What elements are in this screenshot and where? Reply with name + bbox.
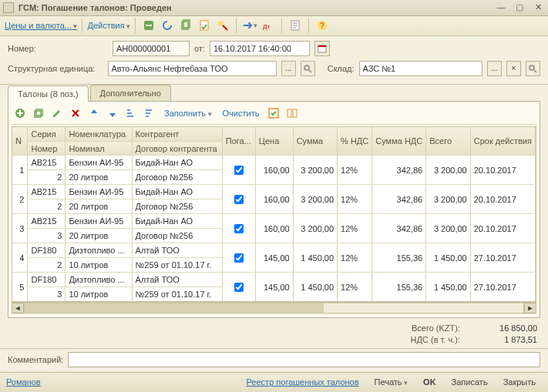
warehouse-clear-button[interactable]: × — [506, 61, 521, 76]
scroll-thumb[interactable] — [25, 303, 324, 313]
maximize-button[interactable]: ▢ — [513, 2, 526, 13]
poga-checkbox[interactable] — [234, 166, 244, 175]
warehouse-select-button[interactable]: ... — [487, 61, 502, 76]
cell-vatp: 12% — [338, 156, 372, 185]
cell-vatp: 12% — [338, 185, 372, 214]
cell-n: 2 — [12, 185, 28, 214]
cell-poga[interactable] — [222, 214, 255, 243]
scroll-left-button[interactable]: ◄ — [12, 303, 24, 313]
svg-rect-14 — [35, 111, 41, 117]
table-row[interactable]: 3AB215Бензин АИ-95Бидай-Нан АО160,003 20… — [12, 214, 536, 229]
col-nomen[interactable]: Номенклатура — [66, 127, 132, 142]
header-form: Номер: от: Структурная единица: ... Скла… — [0, 36, 548, 85]
cell-contr: Бидай-Нан АО — [132, 156, 222, 170]
col-n[interactable]: N — [12, 127, 28, 156]
move-down-icon[interactable] — [104, 105, 121, 122]
registry-link[interactable]: Реестр погашенных талонов — [240, 375, 365, 389]
user-link[interactable]: Романов — [6, 377, 41, 387]
table-row[interactable]: 5DF180Дизтопливо ...Алтай ТОО145,001 450… — [12, 273, 536, 287]
ok-button[interactable]: OK — [417, 375, 442, 389]
poga-checkbox[interactable] — [234, 253, 244, 263]
unit-field[interactable] — [108, 61, 277, 76]
col-expiry[interactable]: Срок действия — [470, 127, 535, 156]
cell-poga[interactable] — [222, 243, 255, 273]
post-doc-icon[interactable] — [196, 17, 213, 34]
add-row-icon[interactable] — [12, 105, 29, 122]
poga-checkbox[interactable] — [234, 224, 244, 233]
copy-row-icon[interactable] — [30, 105, 47, 122]
svg-text:Дт: Дт — [263, 23, 270, 30]
actions-menu[interactable]: Действия — [87, 21, 130, 30]
goto-icon[interactable] — [241, 17, 258, 34]
col-total[interactable]: Всего — [426, 127, 470, 156]
col-nominal[interactable]: Номинал — [66, 142, 132, 156]
col-poga[interactable]: Пога... — [222, 127, 255, 156]
poga-checkbox[interactable] — [234, 195, 244, 204]
fill-button[interactable]: Заполнить — [160, 109, 217, 118]
warehouse-open-button[interactable] — [526, 61, 540, 76]
edit-row-icon[interactable] — [49, 105, 66, 122]
post-icon[interactable] — [140, 17, 157, 34]
col-price[interactable]: Цена — [255, 127, 293, 156]
report-icon[interactable] — [287, 17, 304, 34]
cell-expiry: 20.10.2017 — [470, 185, 535, 214]
cell-poga[interactable] — [222, 156, 255, 185]
cell-number: 3 — [28, 229, 66, 243]
cell-vatsum: 342,86 — [372, 214, 426, 243]
save-button[interactable]: Записать — [445, 375, 494, 389]
comment-field[interactable] — [68, 352, 540, 367]
cell-price: 145,00 — [255, 273, 293, 302]
help-icon[interactable]: ? — [314, 17, 331, 34]
col-number[interactable]: Номер — [28, 142, 66, 156]
tab-coupons[interactable]: Талоны (8 поз.) — [8, 85, 89, 102]
table-row[interactable]: 2AB215Бензин АИ-95Бидай-Нан АО160,003 20… — [12, 185, 536, 199]
number-label: Номер: — [8, 44, 108, 53]
col-vatsum[interactable]: Сумма НДС — [372, 127, 426, 156]
sort-desc-icon[interactable] — [141, 105, 158, 122]
scroll-right-button[interactable]: ► — [524, 303, 536, 313]
cell-sum: 3 200,00 — [293, 185, 337, 214]
settings-icon[interactable] — [284, 105, 301, 122]
move-up-icon[interactable] — [86, 105, 103, 122]
table-row[interactable]: 4DF180Дизтопливо ...Алтай ТОО145,001 450… — [12, 243, 536, 258]
cell-number: 2 — [28, 258, 66, 273]
cell-poga[interactable] — [222, 273, 255, 302]
delete-row-icon[interactable] — [67, 105, 84, 122]
poga-checkbox[interactable] — [234, 283, 244, 292]
number-field[interactable] — [113, 41, 190, 56]
based-on-icon[interactable] — [214, 17, 231, 34]
vat-value: 1 873,51 — [476, 335, 537, 344]
main-toolbar: Цены и валюта... Действия Дт ? — [0, 16, 548, 36]
cell-number: 2 — [28, 170, 66, 185]
calendar-button[interactable] — [314, 41, 330, 56]
horizontal-scrollbar[interactable]: ◄ ► — [12, 302, 536, 314]
col-vatp[interactable]: % НДС — [338, 127, 372, 156]
minimize-button[interactable]: — — [494, 2, 508, 13]
close-button[interactable]: ✕ — [531, 2, 545, 13]
separator — [236, 18, 237, 33]
print-button[interactable]: Печать — [368, 375, 415, 389]
col-contr[interactable]: Контрагент — [132, 127, 222, 142]
refresh-icon[interactable] — [159, 17, 176, 34]
copy-icon[interactable] — [177, 17, 194, 34]
col-sum[interactable]: Сумма — [293, 127, 337, 156]
cell-nomen: Бензин АИ-95 — [66, 156, 132, 170]
cell-series: AB215 — [28, 214, 66, 229]
unit-open-button[interactable] — [301, 61, 315, 76]
clear-button[interactable]: Очистить — [218, 109, 264, 118]
grid[interactable]: N Серия Номенклатура Контрагент Пога... … — [12, 126, 536, 302]
select-icon[interactable] — [265, 105, 282, 122]
col-dogovor[interactable]: Договор контрагента — [132, 142, 222, 156]
close-form-button[interactable]: Закрыть — [497, 375, 542, 389]
col-series[interactable]: Серия — [28, 127, 66, 142]
prices-currency-link[interactable]: Цены и валюта... — [5, 21, 77, 30]
unit-select-button[interactable]: ... — [281, 61, 296, 76]
dtct-icon[interactable]: Дт — [260, 17, 277, 34]
sort-asc-icon[interactable] — [123, 105, 140, 122]
date-field[interactable] — [210, 41, 310, 56]
table-row[interactable]: 1AB215Бензин АИ-95Бидай-Нан АО160,003 20… — [12, 156, 536, 170]
tab-additional[interactable]: Дополнительно — [90, 85, 171, 101]
cell-poga[interactable] — [222, 185, 255, 214]
warehouse-field[interactable] — [359, 61, 482, 76]
scroll-track[interactable] — [24, 303, 524, 313]
